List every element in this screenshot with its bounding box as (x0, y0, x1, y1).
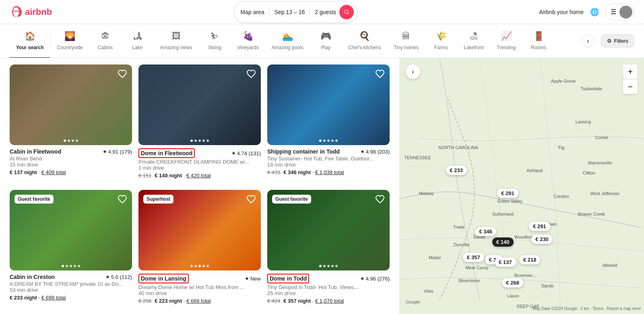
img-placeholder-shipping-todd (267, 64, 390, 145)
listing-subtitle-dome-fleetwood: Private CREEKFRONT GLAMPING DOME w/... (138, 159, 261, 165)
cat-item-lake[interactable]: 🏞Lake (122, 24, 154, 58)
zoom-in-button[interactable]: + (623, 64, 638, 79)
dot-1 (194, 139, 197, 142)
img-placeholder-dome-fleetwood (138, 64, 261, 145)
dot-1 (68, 139, 70, 142)
cat-item-chefs-kitchens[interactable]: 🍳Chef's kitchens (342, 24, 387, 58)
cat-item-vineyards[interactable]: 🍇Vineyards (231, 24, 265, 58)
dot-3 (331, 139, 334, 142)
cat-icon-skiing: ⛷ (211, 31, 219, 42)
heart-button-dome-lansing[interactable] (246, 194, 257, 205)
map-panel: Apple GroveTuckerdaleLansingCometWarrens… (399, 58, 644, 314)
price-marker-m6[interactable]: € 230 (531, 235, 553, 244)
listing-distance-dome-todd: 25 min drive (267, 290, 390, 296)
cat-icon-vineyards: 🍇 (243, 31, 254, 42)
map-label: Silverstone (458, 278, 480, 283)
airbnb-logo[interactable]: airbnb (10, 6, 52, 19)
map-label: NORTH CAROLINA (438, 145, 478, 150)
listing-card-shipping-todd[interactable]: Shipping container in Todd ★ 4.98 (203) … (267, 64, 390, 180)
map-attribution: Map Data ©2024 Google · 2 km · Terms · R… (533, 306, 641, 311)
heart-button-cabin-creston[interactable] (117, 194, 128, 205)
listing-card-dome-todd[interactable]: Guest favorite Dome in Todd ★ 4.96 (276)… (267, 190, 390, 306)
dot-3 (202, 139, 205, 142)
listing-image-cabin-fleetwood (10, 64, 132, 145)
cat-label-amazing-views: Amazing views (160, 45, 192, 50)
dot-1 (194, 265, 197, 267)
cat-label-vineyards: Vineyards (237, 45, 259, 50)
listing-card-cabin-creston[interactable]: Guest favorite Cabin in Creston ★ 5.0 (1… (10, 190, 132, 306)
map-collapse-button[interactable]: ‹ (406, 64, 420, 79)
cat-item-trending[interactable]: 📈Trending (490, 24, 522, 58)
search-button[interactable] (339, 5, 354, 19)
cat-icon-trending: 📈 (501, 31, 512, 42)
cat-item-your-search[interactable]: 🏠Your search (10, 24, 50, 58)
heart-button-dome-todd[interactable] (374, 194, 386, 205)
heart-button-dome-fleetwood[interactable] (246, 69, 257, 80)
cat-item-cabins[interactable]: 🏚Cabins (89, 24, 122, 58)
original-price-dome-lansing: € 256 (138, 298, 152, 304)
dot-4 (206, 139, 209, 142)
cat-item-skiing[interactable]: ⛷Skiing (199, 24, 231, 58)
price-marker-m9[interactable]: € 137 (495, 258, 516, 267)
price-marker-m4[interactable]: € 140 (492, 237, 514, 247)
listing-card-dome-fleetwood[interactable]: Dome in Fleetwood ★ 4.74 (131) Private C… (138, 64, 261, 180)
search-guests: 2 guests (315, 9, 336, 15)
cat-item-tiny-homes[interactable]: 🏛Tiny homes (387, 24, 425, 58)
cat-icon-farms: 🌾 (436, 31, 447, 42)
cat-item-amazing-pools[interactable]: 🏊Amazing pools (265, 24, 310, 58)
price-marker-m2[interactable]: € 291 (497, 189, 518, 198)
map-label: Lansing (576, 119, 591, 124)
globe-icon[interactable]: 🌐 (590, 8, 599, 17)
listing-image-dome-fleetwood (138, 64, 261, 145)
heart-button-cabin-fleetwood[interactable] (117, 69, 128, 80)
dot-2 (198, 265, 201, 267)
cat-item-countryside[interactable]: 🌄Countryside (50, 24, 89, 58)
cat-icon-tiny-homes: 🏛 (402, 31, 411, 42)
map-label: Fig (558, 145, 564, 150)
zoom-out-button[interactable]: − (623, 79, 638, 94)
cat-item-amazing-views[interactable]: 🖼Amazing views (154, 24, 199, 58)
airbnb-home-link[interactable]: Airbnb your home (539, 9, 584, 15)
total-price-cabin-fleetwood: € 409 total (41, 169, 66, 175)
dot-1 (323, 265, 326, 267)
cat-label-play: Play (321, 45, 330, 50)
dot-1 (66, 265, 68, 267)
nav-arrow-right[interactable]: › (582, 35, 594, 48)
cat-item-farms[interactable]: 🌾Farms (425, 24, 457, 58)
dot-0 (190, 265, 193, 267)
map-label: Beaver Creek (578, 212, 605, 216)
search-bar[interactable]: Map area Sep 13 – 16 2 guests (234, 1, 358, 23)
heart-button-shipping-todd[interactable] (374, 69, 386, 80)
star-icon: ★ (103, 149, 107, 154)
filters-button[interactable]: ⚙ Filters (601, 34, 634, 48)
cat-item-rooms[interactable]: 🚪Rooms (522, 24, 555, 58)
dot-3 (202, 265, 205, 267)
listing-title-row-cabin-fleetwood: Cabin in Fleetwood ★ 4.91 (179) (10, 148, 132, 155)
price-marker-m5[interactable]: € 291 (529, 222, 550, 231)
image-dots-dome-lansing (190, 265, 209, 267)
user-menu[interactable]: ☰ (605, 4, 634, 21)
listing-distance-shipping-todd: 18 min drive (267, 162, 390, 168)
listing-card-dome-lansing[interactable]: Superhost Dome in Lansing ★ New Dreamy D… (138, 190, 261, 306)
listing-price-dome-todd: € 424 € 357 night · € 1,070 total (267, 298, 390, 304)
dot-0 (64, 139, 66, 142)
listing-card-cabin-fleetwood[interactable]: Cabin in Fleetwood ★ 4.91 (179) At River… (10, 64, 132, 180)
cat-item-lakefront[interactable]: 🏖Lakefront (457, 24, 490, 58)
map-label: Woodford (514, 235, 534, 239)
map-label: Brownwo... (514, 273, 536, 278)
map-label: Ashland (526, 168, 543, 173)
dot-4 (206, 265, 209, 267)
listing-title-row-dome-fleetwood: Dome in Fleetwood ★ 4.74 (131) (138, 148, 261, 158)
price-marker-m7[interactable]: € 357 (463, 253, 484, 262)
dot-0 (319, 139, 322, 142)
listing-info-cabin-fleetwood: Cabin in Fleetwood ★ 4.91 (179) At River… (10, 145, 132, 177)
price-marker-m10[interactable]: € 218 (519, 255, 541, 264)
price-marker-m1[interactable]: € 233 (446, 166, 467, 175)
total-price-dome-todd: € 1,070 total (315, 298, 344, 304)
cat-item-play[interactable]: 🎮Play (310, 24, 342, 58)
map-container[interactable]: Apple GroveTuckerdaleLansingCometWarrens… (399, 58, 644, 314)
price-marker-m11[interactable]: € 268 (502, 278, 523, 287)
price-marker-m3[interactable]: € 346 (475, 227, 496, 236)
rating-shipping-todd: ★ 4.98 (203) (360, 149, 390, 155)
cat-icon-amazing-views: 🖼 (172, 31, 181, 42)
